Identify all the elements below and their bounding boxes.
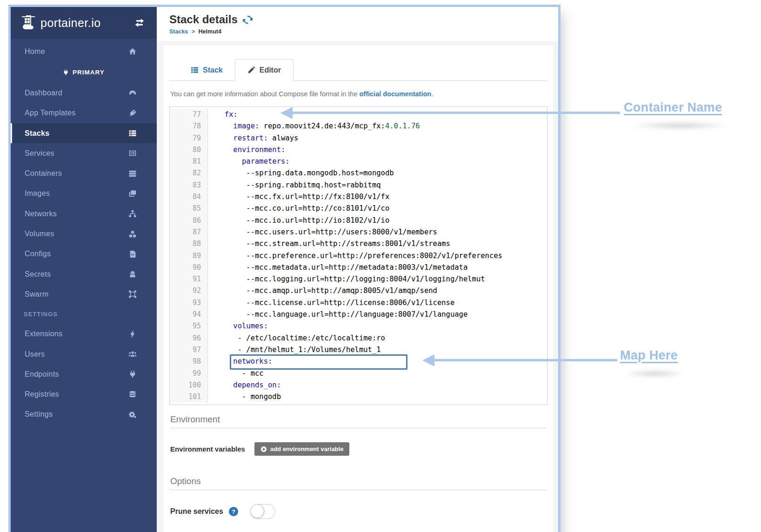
sidebar-item-label: App Templates [25,109,75,117]
tab-editor-label: Editor [260,66,281,74]
pencil-icon [247,66,255,74]
compose-info-text: You can get more information about Compo… [170,90,547,98]
sidebar-item-volumes[interactable]: Volumes [11,224,157,244]
line-number: 87 [170,226,208,238]
editor-line-99: 99 - mcc [170,368,547,379]
breadcrumb-stacks-link[interactable]: Stacks [169,28,188,35]
line-code: - /mnt/helmut_1:/Volumes/helmut_1 [208,344,381,356]
tab-stack-label: Stack [203,66,223,74]
line-number: 81 [170,156,208,167]
map-here-shadow [624,370,685,377]
editor-line-83: 83 --spring.rabbitmq.host=rabbitmq [170,180,547,191]
plug-icon [63,69,69,75]
container-name-annotation: Container Name [624,100,722,115]
sidebar-item-home[interactable]: Home [11,41,157,61]
gears-icon [128,411,137,419]
editor-line-90: 90 --mcc.metadata.url=http://metadata:80… [170,262,547,273]
sidebar-item-users[interactable]: Users [11,344,157,364]
line-number: 91 [170,273,208,285]
toggle-knob [250,504,264,518]
line-number: 80 [170,144,208,156]
sidebar-settings-header: SETTINGS [11,305,157,324]
line-code: --mcc.io.url=http://io:8102/v1/io [208,215,389,226]
collapse-sidebar-icon[interactable] [134,18,145,28]
sidebar-item-dashboard[interactable]: Dashboard [11,83,157,103]
app-window-frame: portainer.io Home PRIMARY [8,5,561,532]
line-code: depends_on: [208,379,281,391]
line-number: 101 [170,391,208,403]
plug-icon [128,370,137,378]
tab-editor[interactable]: Editor [235,59,294,81]
sidebar-item-images[interactable]: Images [11,184,157,204]
editor-line-91: 91 --mcc.logging.url=http://logging:8004… [170,273,547,285]
sidebar-item-configs[interactable]: Configs [11,244,157,264]
sidebar-item-label: Services [25,149,54,158]
editor-line-87: 87 --mcc.users.url=http://users:8000/v1/… [170,226,547,238]
line-code: --mcc.metadata.url=http://metadata:8003/… [208,262,467,273]
sidebar-item-app-templates[interactable]: App Templates [11,103,157,123]
logo-wordmark: portainer.io [40,16,101,30]
editor-line-84: 84 --mcc.fx.url=http://fx:8100/v1/fx [170,191,547,203]
sidebar-item-extensions[interactable]: Extensions [11,324,157,344]
line-code: image: repo.moovit24.de:443/mcp_fx:4.0.1… [208,120,420,132]
sidebar-item-label: Extensions [25,330,62,338]
line-code: --mcc.stream.url=http://streams:8001/v1/… [208,238,450,250]
container-name-arrow-line [292,112,620,114]
editor-line-94: 94 --mcc.language.url=http://language:80… [170,309,547,320]
breadcrumb-current: Helmut4 [199,28,221,35]
images-icon [128,190,137,198]
sidebar-item-containers[interactable]: Containers [11,163,157,183]
line-number: 85 [170,203,208,214]
sidebar-menu: Home PRIMARY DashboardApp TemplatesStack… [11,41,157,425]
sidebar-item-swarm[interactable]: Swarm [11,284,157,304]
line-number: 98 [170,356,208,367]
endpoint-primary-header[interactable]: PRIMARY [11,61,157,83]
editor-line-92: 92 --mcc.amqp.url=http://amqp:8005/v1/am… [170,285,547,297]
rocket-icon [128,109,137,117]
line-number: 97 [170,344,208,356]
environment-section-title: Environment [170,414,547,428]
editor-line-101: 101 - mongodb [170,391,547,403]
editor-line-77: 77 fx: [170,109,547,120]
line-code: environment: [208,144,285,156]
line-number: 88 [170,238,208,250]
editor-line-98: 98 networks: [170,356,547,367]
refresh-icon[interactable] [243,15,253,25]
list-icon [128,129,137,137]
line-code: networks: [208,356,272,367]
question-circle-icon[interactable]: ? [229,507,238,516]
primary-header-label: PRIMARY [73,69,105,76]
sidebar-item-services[interactable]: Services [11,143,157,163]
sidebar-item-label: Users [25,350,45,359]
server-icon [128,170,137,178]
sidebar-item-label: Endpoints [25,370,59,379]
sidebar-item-networks[interactable]: Networks [11,204,157,224]
line-number: 95 [170,320,208,332]
sidebar-item-secrets[interactable]: Secrets [11,264,157,284]
sidebar-item-label: Networks [25,210,57,218]
cubes-icon [128,230,137,238]
map-here-arrow-line [434,359,617,361]
editor-line-93: 93 --mcc.license.url=http://license:8006… [170,297,547,309]
sidebar-item-endpoints[interactable]: Endpoints [11,364,157,384]
editor-line-88: 88 --mcc.stream.url=http://streams:8001/… [170,238,547,250]
line-code: --spring.data.mongodb.host=mongodb [208,167,394,179]
official-documentation-link[interactable]: official documentation [360,90,432,98]
line-code: --mcc.logging.url=http://logging:8004/v1… [208,273,485,285]
environment-variables-row: Environment variables add environment va… [170,442,547,456]
tab-stack[interactable]: Stack [179,60,235,80]
sidebar-item-registries[interactable]: Registries [11,384,157,404]
breadcrumb-separator: > [192,28,195,35]
environment-variables-label: Environment variables [170,445,245,453]
line-code: --mcc.users.url=http://users:8000/v1/mem… [208,226,437,238]
line-code: parameters: [208,156,290,167]
line-number: 79 [170,133,208,144]
add-environment-variable-button[interactable]: add environment variable [254,442,350,456]
line-number: 86 [170,215,208,226]
line-number: 92 [170,285,208,297]
main-content: Stack details Stacks > Helmut4 [157,7,558,532]
sidebar-item-settings[interactable]: Settings [11,405,157,425]
line-number: 84 [170,191,208,203]
sidebar-item-stacks[interactable]: Stacks [11,123,157,143]
prune-services-toggle[interactable] [250,504,275,519]
